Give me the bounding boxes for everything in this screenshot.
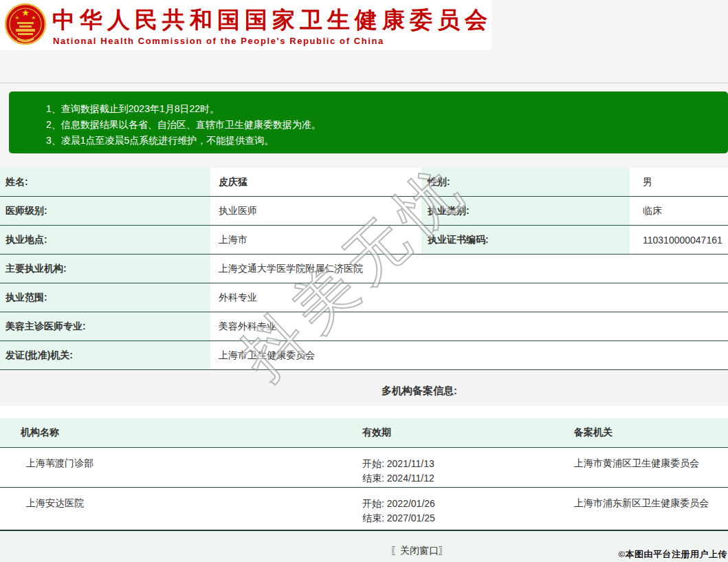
notice-line: 2、信息数据结果以各省、自治区、直辖市卫生健康委数据为准。 [46,117,714,133]
label-practice-category: 执业类别: [421,197,630,225]
value-practice-category: 临床 [630,197,728,225]
copyright-watermark: ©本图由平台注册用户上传 [618,548,727,561]
notice-banner: 1、查询数据截止到2023年1月8日22时。 2、信息数据结果以各省、自治区、直… [9,91,728,153]
value-main-institution: 上海交通大学医学院附属仁济医院 [210,255,728,283]
column-header-agency: 备案机关 [571,426,728,439]
value-practice-scope: 外科专业 [210,283,728,312]
column-header-institution: 机构名称 [0,426,362,439]
label-main-institution: 主要执业机构: [0,255,210,283]
org-table-header: 机构名称 有效期 备案机关 [0,418,728,448]
site-title-english: National Health Commission of the People… [53,36,489,46]
label-gender: 性别: [421,168,630,196]
doctor-info-table: 姓名: 皮庆猛 性别: 男 医师级别: 执业医师 执业类别: 临床 执业地点: … [0,168,728,370]
value-issuing-authority: 上海市卫生健康委员会 [210,341,728,369]
label-certificate-number: 执业证书编码: [421,226,630,254]
value-name: 皮庆猛 [210,168,421,196]
site-header: ★ ★ ★ 中华人民共和国国家卫生健康委员会 National Health C… [0,0,492,50]
info-row-main-institution: 主要执业机构: 上海交通大学医学院附属仁济医院 [0,255,728,283]
section-title: 多机构备案信息: [0,385,728,398]
info-row-level-category: 医师级别: 执业医师 执业类别: 临床 [0,197,728,226]
label-cosmetic-specialty: 美容主诊医师专业: [0,312,210,341]
notice-line: 1、查询数据截止到2023年1月8日22时。 [46,101,714,117]
validity-cell: 开始: 2021/11/13 结束: 2024/11/12 [362,448,571,487]
svg-text:★: ★ [32,15,36,20]
national-emblem-icon: ★ ★ ★ [3,2,47,47]
agency-cell: 上海市黄浦区卫生健康委员会 [571,448,728,487]
org-name-cell: 上海苇渡门诊部 [0,448,362,487]
label-practice-scope: 执业范围: [0,283,210,312]
notice-line: 3、凌晨1点至凌晨5点系统进行维护，不能提供查询。 [46,133,714,149]
info-row-practice-scope: 执业范围: 外科专业 [0,283,728,312]
header-divider [0,83,728,83]
value-gender: 男 [630,168,728,196]
validity-start: 开始: 2022/01/26 [362,497,571,511]
value-certificate-number: 110310000047161 [630,226,728,254]
label-doctor-level: 医师级别: [0,197,210,225]
value-cosmetic-specialty: 美容外科专业 [210,312,728,341]
value-doctor-level: 执业医师 [210,197,421,225]
validity-cell: 开始: 2022/01/26 结束: 2027/01/25 [362,488,571,530]
label-practice-location: 执业地点: [0,226,210,254]
label-name: 姓名: [0,168,210,196]
svg-text:★: ★ [21,8,30,18]
agency-cell: 上海市浦东新区卫生健康委员会 [571,488,728,530]
validity-end: 结束: 2024/11/12 [362,471,571,486]
org-row: 上海安达医院 开始: 2022/01/26 结束: 2027/01/25 上海市… [0,488,728,531]
validity-end: 结束: 2027/01/25 [362,511,571,526]
svg-text:★: ★ [15,15,19,20]
site-title-chinese: 中华人民共和国国家卫生健康委员会 [52,5,485,36]
validity-start: 开始: 2021/11/13 [362,457,571,471]
org-row: 上海苇渡门诊部 开始: 2021/11/13 结束: 2024/11/12 上海… [0,448,728,488]
org-name-cell: 上海安达医院 [0,488,362,530]
info-row-location-certificate: 执业地点: 上海市 执业证书编码: 110310000047161 [0,226,728,255]
value-practice-location: 上海市 [210,226,421,254]
section-gap [0,406,728,418]
column-header-validity: 有效期 [362,426,571,439]
page: ★ ★ ★ 中华人民共和国国家卫生健康委员会 National Health C… [0,0,728,562]
label-issuing-authority: 发证(批准)机关: [0,341,210,369]
info-row-issuing-authority: 发证(批准)机关: 上海市卫生健康委员会 [0,341,728,370]
info-row-cosmetic-specialty: 美容主诊医师专业: 美容外科专业 [0,312,728,341]
info-row-name-gender: 姓名: 皮庆猛 性别: 男 [0,168,728,197]
